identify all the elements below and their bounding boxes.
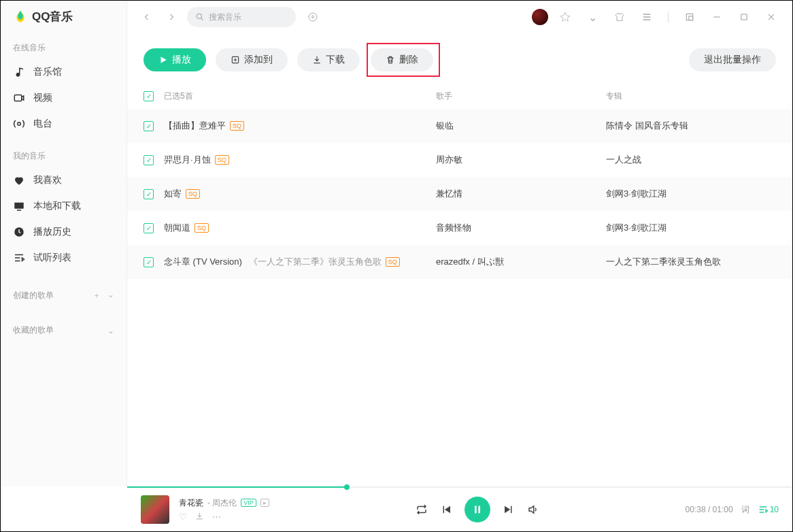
skin-icon[interactable]: [612, 10, 627, 24]
table-row[interactable]: ✓如寄SQ兼忆情剑网3·剑歌江湖: [127, 177, 792, 211]
playlist-icon: [13, 252, 25, 264]
row-checkbox[interactable]: ✓: [144, 257, 154, 267]
progress-track[interactable]: [127, 486, 792, 488]
select-all-checkbox[interactable]: ✓: [144, 91, 154, 101]
like-button[interactable]: ♡: [179, 512, 187, 522]
avatar[interactable]: [532, 9, 548, 25]
nav-forward-button[interactable]: [163, 8, 180, 26]
song-artist: 银临: [436, 120, 606, 132]
mini-mode-icon[interactable]: [682, 10, 697, 24]
delete-highlight-box: 删除: [367, 43, 440, 77]
row-checkbox[interactable]: ✓: [144, 189, 154, 199]
sidebar-item-music-hall[interactable]: 音乐馆: [1, 59, 126, 85]
time-display: 00:38 / 01:00: [686, 505, 733, 514]
row-checkbox[interactable]: ✓: [144, 121, 154, 131]
progress-handle[interactable]: [344, 484, 350, 490]
column-album: 专辑: [606, 90, 776, 102]
loop-button[interactable]: [416, 503, 428, 516]
svg-rect-6: [686, 14, 692, 20]
sidebar-item-favorites[interactable]: 我喜欢: [1, 167, 126, 193]
prev-button[interactable]: [440, 503, 452, 516]
chevron-down-icon[interactable]: ⌄: [107, 326, 114, 335]
track-artist[interactable]: - 周杰伦: [207, 497, 237, 509]
app-name: QQ音乐: [32, 9, 73, 24]
svg-rect-8: [741, 14, 747, 20]
maximize-icon[interactable]: [737, 10, 752, 24]
sidebar-item-history[interactable]: 播放历史: [1, 219, 126, 245]
download-icon: [312, 55, 322, 65]
play-pause-button[interactable]: [465, 497, 490, 522]
trash-icon: [386, 55, 395, 65]
button-label: 退出批量操作: [704, 54, 761, 66]
sidebar-item-label: 试听列表: [33, 252, 71, 264]
row-checkbox[interactable]: ✓: [144, 155, 154, 165]
sidebar-group-collected[interactable]: 收藏的歌单 ⌄: [1, 318, 126, 343]
chevron-down-icon[interactable]: ⌄: [107, 290, 114, 301]
add-to-button[interactable]: 添加到: [216, 48, 288, 71]
sidebar-item-video[interactable]: 视频: [1, 85, 126, 111]
sidebar-group-label: 收藏的歌单: [13, 325, 54, 336]
volume-button[interactable]: [527, 503, 539, 516]
sidebar-group-label: 创建的歌单: [13, 290, 54, 301]
sidebar-group-created[interactable]: 创建的歌单 ＋ ⌄: [1, 283, 126, 308]
download-button[interactable]: 下载: [297, 48, 360, 71]
queue-button[interactable]: 10: [758, 504, 779, 515]
close-icon[interactable]: [764, 10, 779, 24]
song-title: 羿思月·月蚀SQ: [164, 154, 436, 166]
table-row[interactable]: ✓朝闻道SQ音频怪物剑网3·剑歌江湖: [127, 211, 792, 245]
album-art[interactable]: [141, 495, 169, 524]
plus-icon[interactable]: ＋: [92, 290, 101, 301]
divider: [668, 12, 669, 22]
radio-icon: [13, 118, 25, 130]
chevron-down-icon[interactable]: ⌄: [585, 10, 600, 24]
search-input[interactable]: 搜索音乐: [187, 7, 296, 27]
table-row[interactable]: ✓羿思月·月蚀SQ周亦敏一人之战: [127, 143, 792, 177]
song-album: 剑网3·剑歌江湖: [606, 188, 776, 200]
sidebar-item-preview-list[interactable]: 试听列表: [1, 245, 126, 271]
play-button[interactable]: 播放: [144, 48, 206, 71]
menu-icon[interactable]: [639, 10, 654, 24]
next-button[interactable]: [503, 503, 515, 516]
mv-badge[interactable]: ▸: [260, 499, 269, 507]
sidebar-item-label: 我喜欢: [33, 174, 62, 186]
svg-rect-0: [14, 95, 22, 101]
nav-back-button[interactable]: [138, 8, 156, 26]
song-artist: 音频怪物: [436, 222, 606, 234]
song-title: 朝闻道SQ: [164, 222, 436, 234]
sidebar-section-online: 在线音乐: [1, 37, 126, 59]
sidebar-item-radio[interactable]: 电台: [1, 111, 126, 137]
song-artist: erazedfx / 叫ぶ獣: [436, 256, 606, 268]
svg-point-4: [197, 14, 201, 18]
queue-icon: [758, 504, 769, 515]
song-title: 念斗章 (TV Version)《一人之下第二季》张灵玉角色歌SQ: [164, 256, 436, 268]
topbar: 搜索音乐 ⌄: [127, 1, 792, 33]
app-logo[interactable]: QQ音乐: [1, 9, 126, 37]
minimize-icon[interactable]: [709, 10, 724, 24]
more-button[interactable]: ⋯: [212, 512, 221, 522]
sq-badge: SQ: [195, 223, 209, 233]
column-artist: 歌手: [436, 90, 606, 102]
batch-action-row: 播放 添加到 下载 删除 退出批量操作: [127, 33, 792, 84]
song-album: 剑网3·剑歌江湖: [606, 222, 776, 234]
sidebar-section-mine: 我的音乐: [1, 145, 126, 167]
monitor-icon: [13, 200, 25, 212]
sidebar-item-local[interactable]: 本地和下载: [1, 193, 126, 219]
sq-badge: SQ: [186, 189, 200, 199]
button-label: 删除: [399, 54, 418, 66]
delete-button[interactable]: 删除: [371, 48, 433, 71]
sidebar-item-label: 播放历史: [33, 226, 71, 238]
lyrics-button[interactable]: 词: [741, 504, 749, 516]
sidebar-item-label: 电台: [33, 118, 52, 130]
table-row[interactable]: ✓念斗章 (TV Version)《一人之下第二季》张灵玉角色歌SQerazed…: [127, 245, 792, 279]
track-title[interactable]: 青花瓷: [179, 497, 203, 509]
download-track-button[interactable]: [195, 512, 204, 522]
svg-rect-10: [475, 506, 477, 514]
list-header: ✓ 已选5首 歌手 专辑: [127, 84, 792, 109]
column-song: 已选5首: [164, 90, 436, 102]
voice-search-button[interactable]: [303, 7, 323, 27]
vip-icon[interactable]: [558, 10, 573, 24]
row-checkbox[interactable]: ✓: [144, 223, 154, 233]
exit-batch-button[interactable]: 退出批量操作: [689, 48, 776, 71]
song-artist: 周亦敏: [436, 154, 606, 166]
table-row[interactable]: ✓【插曲】意难平SQ银临陈情令 国风音乐专辑: [127, 109, 792, 143]
